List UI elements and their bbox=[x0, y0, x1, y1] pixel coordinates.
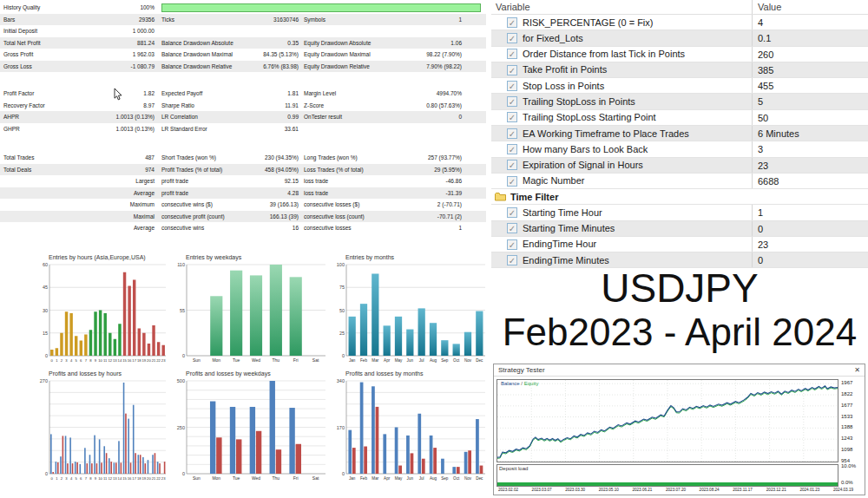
bar-profit-2 bbox=[60, 456, 62, 474]
bar-loss-Jan bbox=[352, 448, 356, 474]
param-row[interactable]: ✓Order Distance from last Tick in Points… bbox=[491, 47, 868, 62]
checkbox[interactable]: ✓ bbox=[507, 223, 517, 233]
param-row[interactable]: ✓Trailing StopLoss Starting Point50 bbox=[491, 110, 868, 126]
param-row[interactable]: ✓RISK_PERCENTAGE (0 = Fix)4 bbox=[491, 15, 868, 30]
param-value-cell[interactable]: 6 Minutes bbox=[752, 126, 868, 141]
param-row[interactable]: ✓Expiration of Signal in Hours23 bbox=[491, 158, 868, 174]
bar-profit-7 bbox=[84, 448, 86, 474]
checkbox[interactable]: ✓ bbox=[507, 160, 517, 170]
stat-value: 1.0013 (0.13%) bbox=[113, 123, 155, 135]
column-header-value[interactable]: Value bbox=[752, 0, 868, 14]
tester-titlebar[interactable]: Strategy Tester ✕ bbox=[494, 364, 865, 377]
checkbox[interactable]: ✓ bbox=[507, 112, 517, 122]
param-value-cell[interactable]: 4 bbox=[752, 15, 868, 29]
stats-row: Total Net Profit881.24Balance Drawdown A… bbox=[0, 37, 486, 49]
column-header-variable[interactable]: Variable bbox=[491, 0, 752, 14]
checkbox[interactable]: ✓ bbox=[507, 176, 517, 187]
param-value-cell[interactable]: 1 bbox=[752, 205, 868, 220]
param-value-cell[interactable]: 0 bbox=[752, 221, 868, 236]
stat-label: Bars bbox=[0, 14, 113, 26]
bar-14 bbox=[118, 324, 121, 356]
param-value-cell[interactable]: 6688 bbox=[752, 174, 868, 188]
checkbox[interactable]: ✓ bbox=[507, 207, 517, 218]
param-group-time-filter[interactable]: Time Filter bbox=[491, 189, 868, 205]
stat-value: 4994.70% bbox=[391, 88, 462, 100]
mouse-cursor bbox=[114, 88, 123, 102]
param-value-cell[interactable]: 385 bbox=[752, 62, 868, 77]
param-value-cell[interactable]: 23 bbox=[752, 237, 868, 252]
bar-profit-Mon bbox=[210, 402, 215, 474]
stat-value: 16 bbox=[234, 222, 299, 234]
stat-label: OnTester result bbox=[299, 111, 391, 123]
checkbox[interactable]: ✓ bbox=[507, 255, 517, 265]
param-value-cell[interactable]: 0.1 bbox=[752, 30, 868, 45]
balance-equity-curve bbox=[497, 380, 838, 462]
svg-text:170: 170 bbox=[337, 425, 345, 430]
checkbox[interactable]: ✓ bbox=[507, 33, 517, 43]
checkbox[interactable]: ✓ bbox=[507, 239, 517, 250]
svg-text:Apr: Apr bbox=[384, 476, 391, 481]
svg-text:May: May bbox=[395, 476, 403, 481]
param-row[interactable]: ✓Starting Time Minutes0 bbox=[491, 221, 868, 237]
param-value-cell[interactable]: 50 bbox=[752, 110, 868, 125]
chart-legend: Balance / Equity bbox=[499, 381, 540, 386]
stat-label: Equity Drawdown Relative bbox=[299, 61, 391, 73]
param-row[interactable]: ✓Starting Time Hour1 bbox=[491, 205, 868, 220]
checkbox[interactable]: ✓ bbox=[507, 49, 517, 59]
param-row[interactable]: ✓Take Profit in Points385 bbox=[491, 62, 868, 78]
param-row[interactable]: ✓for Fixed_Lots0.1 bbox=[491, 30, 868, 46]
param-value-cell[interactable]: 260 bbox=[752, 47, 868, 62]
param-row[interactable]: ✓EndingTime Hour23 bbox=[491, 237, 868, 252]
chart-title: Entries by months bbox=[333, 254, 486, 260]
svg-text:14: 14 bbox=[118, 476, 122, 481]
bar-Jun bbox=[406, 330, 413, 356]
param-label: Magic Number bbox=[523, 174, 585, 188]
bar-loss-13 bbox=[115, 462, 117, 474]
bar-loss-Dec bbox=[480, 466, 483, 474]
checkbox[interactable]: ✓ bbox=[507, 128, 517, 139]
bar-profit-16 bbox=[128, 419, 129, 474]
param-row[interactable]: ✓Magic Number6688 bbox=[491, 174, 868, 189]
svg-text:Thu: Thu bbox=[273, 357, 280, 363]
bar-loss-Fri bbox=[296, 444, 301, 474]
param-row[interactable]: ✓Stop Loss in Points455 bbox=[491, 78, 868, 94]
svg-text:12: 12 bbox=[108, 476, 112, 481]
param-row[interactable]: ✓How many Bars to Look Back3 bbox=[491, 141, 868, 157]
stats-row: Initial Deposit1 000.00 bbox=[0, 25, 486, 37]
date-label: 2023.08.24 bbox=[700, 488, 720, 492]
stat-label: Ticks bbox=[155, 14, 234, 26]
stat-label: Balance Drawdown Relative bbox=[155, 61, 234, 73]
svg-text:23: 23 bbox=[161, 358, 166, 363]
checkbox[interactable]: ✓ bbox=[507, 144, 517, 154]
stat-label: consecutive losses ($) bbox=[299, 199, 391, 211]
bar-15 bbox=[123, 272, 126, 356]
svg-text:19: 19 bbox=[142, 476, 147, 481]
param-value-cell[interactable]: 5 bbox=[752, 94, 868, 108]
stat-value: -31.39 bbox=[391, 187, 462, 200]
checkbox[interactable]: ✓ bbox=[507, 96, 517, 107]
close-icon[interactable]: ✕ bbox=[854, 364, 860, 377]
checkbox[interactable]: ✓ bbox=[507, 81, 517, 91]
date-label: 2024.01.23 bbox=[799, 488, 819, 492]
bar-profit-12 bbox=[108, 458, 110, 474]
deposit-load-bar bbox=[497, 482, 838, 486]
bar-loss-1 bbox=[57, 462, 59, 474]
stat-value: 230 (94.35%) bbox=[234, 152, 299, 164]
scrollbar-down-icon[interactable]: ⌄ bbox=[478, 474, 483, 481]
stat-value: 1.81 bbox=[234, 88, 299, 100]
bar-loss-5 bbox=[76, 462, 78, 474]
param-row[interactable]: ✓Trailing StopLoss in Points5 bbox=[491, 94, 868, 109]
param-value-cell[interactable]: 23 bbox=[752, 158, 868, 173]
bar-loss-18 bbox=[140, 455, 141, 474]
param-value-cell[interactable]: 3 bbox=[752, 141, 868, 156]
checkbox[interactable]: ✓ bbox=[507, 17, 517, 28]
chart-canvas: 0255075100JanFebMarAprMayJunJulAugSepOct… bbox=[333, 261, 486, 364]
param-row[interactable]: ✓EA Working Timeframe to Place Trades6 M… bbox=[491, 126, 868, 141]
param-name-cell: ✓EA Working Timeframe to Place Trades bbox=[491, 126, 752, 141]
bar-loss-0 bbox=[52, 472, 54, 474]
param-value-cell[interactable]: 455 bbox=[752, 78, 868, 93]
chart-title: Profits and losses by weekdays bbox=[174, 370, 326, 377]
checkbox[interactable]: ✓ bbox=[507, 65, 517, 75]
svg-text:25: 25 bbox=[339, 331, 345, 336]
stats-row: GHPR1.0013 (0.13%)LR Standard Error33.61 bbox=[0, 123, 486, 135]
